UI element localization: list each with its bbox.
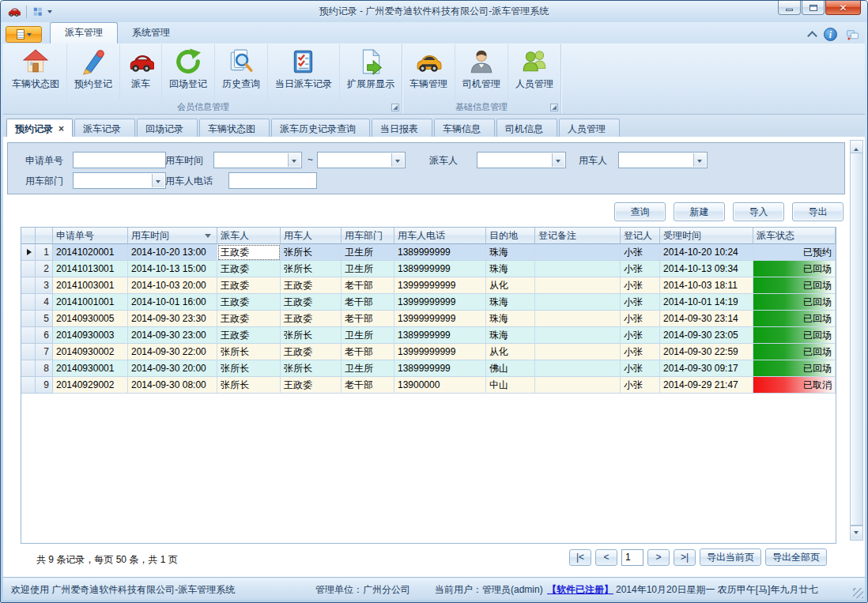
- cell-user[interactable]: 张所长: [281, 261, 342, 277]
- col-dept[interactable]: 用车部门: [342, 228, 394, 244]
- cell-note[interactable]: [535, 344, 621, 360]
- cell-registrar[interactable]: 小张: [621, 377, 660, 394]
- col-registrar[interactable]: 登记人: [621, 228, 660, 244]
- cell-registrar[interactable]: 小张: [621, 244, 660, 261]
- chevron-down-icon[interactable]: [288, 153, 300, 167]
- dialog-launcher-icon[interactable]: [391, 104, 399, 111]
- apply-no-input[interactable]: [73, 152, 166, 168]
- cell-phone[interactable]: 13999999999: [394, 294, 486, 311]
- cell-note[interactable]: [535, 327, 621, 344]
- ribbon-tab-dispatch-management[interactable]: 派车管理: [50, 22, 118, 43]
- col-user[interactable]: 用车人: [281, 228, 342, 244]
- cell-status-badge[interactable]: 已回场: [753, 360, 836, 377]
- cell-dispatcher[interactable]: 王政委: [217, 311, 281, 327]
- cell-use-time[interactable]: 2014-10-03 20:00: [128, 277, 217, 294]
- table-row-4[interactable]: 4 20141001001 2014-10-01 16:00 王政委 王政委 老…: [21, 294, 836, 311]
- ribbon-today-dispatch-records[interactable]: 当日派车记录: [267, 44, 339, 100]
- cell-dest[interactable]: 珠海: [486, 294, 535, 311]
- table-row-3[interactable]: 3 20141003001 2014-10-03 20:00 王政委 王政委 老…: [21, 277, 836, 294]
- cell-user[interactable]: 王政委: [281, 277, 342, 294]
- cell-user[interactable]: 王政委: [281, 311, 342, 327]
- user-combo[interactable]: [618, 152, 708, 168]
- cell-use-time[interactable]: 2014-09-30 23:00: [128, 327, 217, 344]
- cell-status-badge[interactable]: 已回场: [753, 327, 836, 344]
- resize-grip[interactable]: [853, 588, 863, 598]
- cell-user[interactable]: 王政委: [281, 377, 342, 394]
- chevron-down-icon[interactable]: [552, 153, 564, 167]
- cell-apply-no[interactable]: 20141013001: [53, 261, 128, 277]
- maximize-button[interactable]: [802, 1, 825, 15]
- col-accept-time[interactable]: 受理时间: [660, 228, 753, 244]
- cell-registrar[interactable]: 小张: [621, 277, 660, 294]
- cell-apply-no[interactable]: 20141003001: [53, 277, 128, 294]
- prev-page-button[interactable]: <: [595, 549, 617, 566]
- ribbon-driver-management[interactable]: 司机管理: [455, 44, 508, 100]
- scroll-down-icon[interactable]: [851, 526, 862, 538]
- export-button[interactable]: 导出: [792, 202, 843, 221]
- ribbon-history-query[interactable]: 历史查询: [214, 44, 267, 100]
- cell-dept[interactable]: 老干部: [342, 277, 394, 294]
- cell-dispatcher[interactable]: 王政委: [217, 277, 281, 294]
- tab-daily-report[interactable]: 当日报表: [372, 119, 432, 137]
- cell-use-time[interactable]: 2014-10-13 15:00: [128, 261, 217, 277]
- cell-use-time[interactable]: 2014-09-30 20:00: [128, 360, 217, 377]
- cell-status-badge[interactable]: 已预约: [753, 244, 836, 261]
- cell-dispatcher[interactable]: 王政委: [217, 327, 281, 344]
- cell-note[interactable]: [535, 261, 621, 277]
- cell-use-time[interactable]: 2014-09-30 22:00: [128, 344, 217, 360]
- cell-phone[interactable]: 13999999999: [394, 344, 486, 360]
- new-button[interactable]: 新建: [674, 202, 725, 221]
- cell-apply-no[interactable]: 20141020001: [53, 244, 128, 261]
- cell-accept-time[interactable]: 2014-10-13 09:34: [660, 261, 753, 277]
- table-row-7[interactable]: 7 20140930002 2014-09-30 22:00 张所长 王政委 老…: [21, 344, 836, 360]
- table-row-8[interactable]: 8 20140930001 2014-09-30 20:00 张所长 张所长 卫…: [21, 360, 836, 377]
- cell-phone[interactable]: 1389999999: [394, 327, 486, 344]
- export-current-page-button[interactable]: 导出当前页: [700, 548, 761, 566]
- tab-vehicle-info[interactable]: 车辆信息: [434, 119, 495, 137]
- cell-dept[interactable]: 卫生所: [342, 261, 394, 277]
- col-dest[interactable]: 目的地: [486, 228, 535, 244]
- tab-vehicle-status-chart[interactable]: 车辆状态图: [199, 119, 270, 137]
- app-menu-button[interactable]: [6, 26, 42, 43]
- switch-window-icon[interactable]: [845, 28, 860, 41]
- cell-use-time[interactable]: 2014-09-30 23:30: [128, 311, 217, 327]
- title-bar[interactable]: 预约记录 - 广州爱奇迪软件科技有限公司-派车管理系统 ✕: [1, 1, 867, 22]
- close-button[interactable]: ✕: [825, 1, 861, 15]
- cell-status-badge[interactable]: 已回场: [753, 277, 836, 294]
- cell-dispatcher[interactable]: 张所长: [217, 377, 281, 394]
- ribbon-vehicle-status-chart[interactable]: 车辆状态图: [5, 44, 66, 100]
- cell-accept-time[interactable]: 2014-09-30 09:17: [660, 360, 753, 377]
- dept-combo[interactable]: [73, 172, 166, 189]
- dispatcher-combo[interactable]: [477, 152, 566, 168]
- phone-input[interactable]: [228, 172, 317, 189]
- layout-grid-icon[interactable]: [32, 6, 43, 17]
- cell-note[interactable]: [535, 377, 621, 394]
- cell-registrar[interactable]: 小张: [621, 261, 660, 277]
- cell-status-badge[interactable]: 已回场: [753, 261, 836, 277]
- col-dispatcher[interactable]: 派车人: [217, 228, 281, 244]
- col-note[interactable]: 登记备注: [535, 228, 621, 244]
- cell-apply-no[interactable]: 20141001001: [53, 294, 128, 311]
- cell-accept-time[interactable]: 2014-10-03 18:11: [660, 277, 753, 294]
- cell-apply-no[interactable]: 20140930001: [53, 360, 128, 377]
- ribbon-tab-system-management[interactable]: 系统管理: [118, 23, 184, 43]
- cell-status-badge[interactable]: 已取消: [753, 377, 836, 394]
- cell-use-time[interactable]: 2014-10-20 13:00: [128, 244, 217, 261]
- col-status[interactable]: 派车状态: [753, 228, 836, 244]
- cell-status-badge[interactable]: 已回场: [753, 311, 836, 327]
- cell-dest[interactable]: 珠海: [486, 327, 535, 344]
- cell-registrar[interactable]: 小张: [621, 311, 660, 327]
- cell-dept[interactable]: 老干部: [342, 294, 394, 311]
- use-time-to-combo[interactable]: [317, 152, 406, 168]
- cell-user[interactable]: 张所长: [281, 244, 342, 261]
- cell-note[interactable]: [535, 244, 621, 261]
- cell-note[interactable]: [535, 277, 621, 294]
- collapse-ribbon-icon[interactable]: [807, 31, 817, 41]
- export-all-pages-button[interactable]: 导出全部页: [765, 548, 827, 566]
- cell-dept[interactable]: 老干部: [342, 311, 394, 327]
- ribbon-vehicle-management[interactable]: 车辆管理: [402, 44, 455, 100]
- cell-dest[interactable]: 从化: [486, 277, 535, 294]
- cell-dest[interactable]: 从化: [486, 344, 535, 360]
- cell-accept-time[interactable]: 2014-09-30 23:05: [660, 327, 753, 344]
- minimize-button[interactable]: [778, 1, 801, 15]
